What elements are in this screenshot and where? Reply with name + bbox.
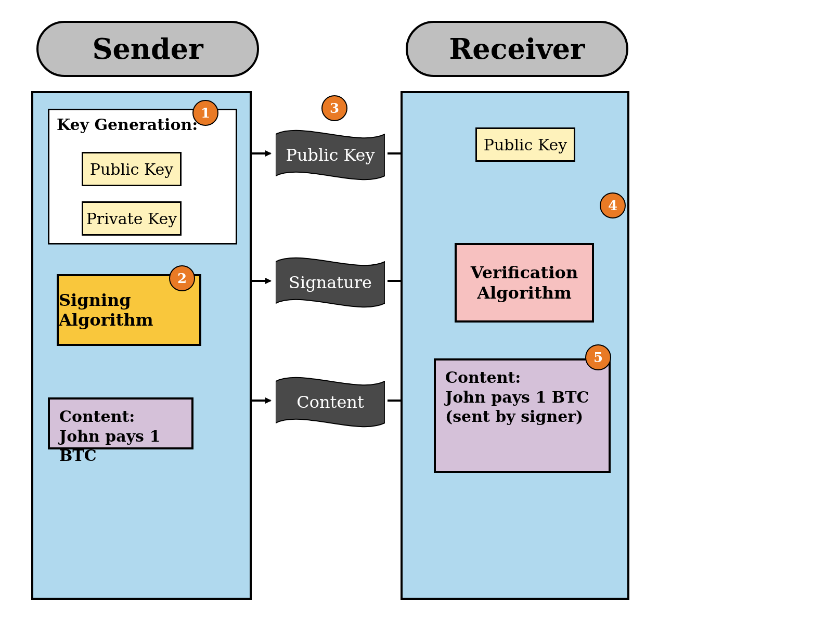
- badge-5: 5: [585, 344, 611, 370]
- key-generation-title: Key Generation:: [57, 115, 198, 134]
- badge-4: 4: [600, 192, 626, 218]
- receiver-content-box: Content: John pays 1 BTC (sent by signer…: [434, 358, 611, 473]
- transit-content-flag: Content: [276, 371, 385, 433]
- verification-algorithm-box: Verification Algorithm: [455, 243, 594, 323]
- badge-3: 3: [321, 95, 347, 121]
- receiver-header: Receiver: [406, 21, 628, 77]
- sender-header: Sender: [36, 21, 259, 77]
- transit-content-label: Content: [276, 392, 385, 412]
- transit-signature-label: Signature: [276, 273, 385, 292]
- badge-1: 1: [192, 100, 218, 126]
- badge-2: 2: [169, 265, 195, 291]
- diagram-canvas: Sender Receiver Key Generation: Public K…: [0, 0, 839, 644]
- verification-algorithm-label: Verification Algorithm: [471, 263, 578, 303]
- receiver-content-line2: (sent by signer): [445, 407, 583, 426]
- transit-public-key-flag: Public Key: [276, 124, 385, 186]
- transit-public-key-label: Public Key: [276, 145, 385, 165]
- sender-content-header: Content:: [59, 407, 135, 426]
- sender-content-box: Content: John pays 1 BTC: [48, 397, 193, 449]
- transit-signature-flag: Signature: [276, 251, 385, 314]
- key-generation-box: Key Generation: Public Key Private Key: [48, 109, 237, 244]
- sender-panel: Key Generation: Public Key Private Key S…: [31, 91, 252, 600]
- receiver-public-key-box: Public Key: [475, 127, 575, 162]
- sender-content-body: John pays 1 BTC: [59, 427, 160, 465]
- sender-private-key-box: Private Key: [82, 201, 182, 236]
- sender-public-key-box: Public Key: [82, 152, 182, 186]
- receiver-content-header: Content:: [445, 368, 521, 387]
- receiver-content-line1: John pays 1 BTC: [445, 388, 589, 406]
